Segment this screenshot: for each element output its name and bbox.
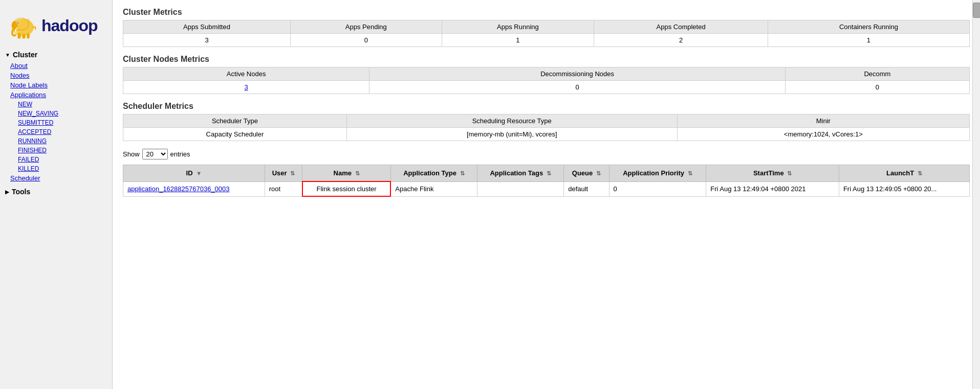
sidebar-item-about[interactable]: About xyxy=(0,61,112,71)
applications-table: ID ▼ User ⇅ Name ⇅ Application Type ⇅ xyxy=(123,165,970,197)
main-content: Cluster Metrics Apps Submitted Apps Pend… xyxy=(113,0,980,389)
sm-header-type: Scheduler Type xyxy=(123,115,347,128)
svg-point-6 xyxy=(17,22,18,24)
th-name[interactable]: Name ⇅ xyxy=(302,165,391,182)
sm-val-resource: [memory-mb (unit=Mi), vcores] xyxy=(346,128,677,141)
sidebar-subitem-killed[interactable]: KILLED xyxy=(0,164,112,173)
sidebar-subitem-failed[interactable]: FAILED xyxy=(0,155,112,164)
sidebar-item-applications[interactable]: Applications xyxy=(0,90,112,100)
show-label: Show xyxy=(123,150,140,158)
tools-section: ▶ Tools xyxy=(0,186,112,198)
sidebar-item-nodes[interactable]: Nodes xyxy=(0,71,112,80)
scheduler-metrics-title: Scheduler Metrics xyxy=(123,102,970,111)
th-queue[interactable]: Queue ⇅ xyxy=(564,165,609,182)
tools-arrow-icon: ▶ xyxy=(5,189,9,195)
scheduler-metrics-table: Scheduler Type Scheduling Resource Type … xyxy=(123,114,970,141)
svg-rect-9 xyxy=(27,33,30,39)
app-priority-cell: 0 xyxy=(609,181,706,196)
app-start-time-cell: Fri Aug 13 12:49:04 +0800 2021 xyxy=(706,181,839,196)
cn-header-active: Active Nodes xyxy=(123,67,369,81)
cn-val-decomm: 0 xyxy=(785,81,969,94)
show-entries-control: Show 20 10 25 50 100 entries xyxy=(123,149,970,159)
sidebar-subitem-accepted[interactable]: ACCEPTED xyxy=(0,127,112,136)
sidebar-item-scheduler[interactable]: Scheduler xyxy=(0,173,112,183)
cluster-nodes-table: Active Nodes Decommissioning Nodes Decom… xyxy=(123,67,970,94)
cluster-metrics-title: Cluster Metrics xyxy=(123,8,970,17)
th-launch-time[interactable]: LaunchT ⇅ xyxy=(839,165,969,182)
app-user-cell: root xyxy=(265,181,302,196)
app-tags-cell xyxy=(477,181,564,196)
cm-val-completed: 2 xyxy=(594,34,768,47)
app-id-cell: application_1628825767036_0003 xyxy=(123,181,265,196)
sm-header-resource: Scheduling Resource Type xyxy=(346,115,677,128)
tools-header[interactable]: ▶ Tools xyxy=(0,186,112,198)
sidebar-subitem-finished[interactable]: FINISHED xyxy=(0,146,112,155)
cluster-metrics-table: Apps Submitted Apps Pending Apps Running… xyxy=(123,20,970,47)
cm-header-containers: Containers Running xyxy=(768,20,969,34)
cm-val-submitted: 3 xyxy=(123,34,291,47)
th-priority[interactable]: Application Priority ⇅ xyxy=(609,165,706,182)
cm-header-completed: Apps Completed xyxy=(594,20,768,34)
table-row: application_1628825767036_0003rootFlink … xyxy=(123,181,970,196)
active-nodes-link[interactable]: 3 xyxy=(245,83,248,91)
th-app-type[interactable]: Application Type ⇅ xyxy=(390,165,477,182)
sidebar-subitem-new-saving[interactable]: NEW_SAVING xyxy=(0,109,112,118)
cluster-label: Cluster xyxy=(13,51,37,59)
name-sort-icon: ⇅ xyxy=(355,170,360,176)
app-launch-time-cell: Fri Aug 13 12:49:05 +0800 20... xyxy=(839,181,969,196)
user-sort-icon: ⇅ xyxy=(290,170,295,176)
th-id[interactable]: ID ▼ xyxy=(123,165,265,182)
sidebar-subitem-new[interactable]: NEW xyxy=(0,100,112,109)
svg-rect-7 xyxy=(18,33,21,39)
logo-area: hadoop xyxy=(0,5,112,49)
svg-rect-8 xyxy=(23,34,26,39)
app-type-cell: Apache Flink xyxy=(390,181,477,196)
cm-header-pending: Apps Pending xyxy=(291,20,442,34)
priority-sort-icon: ⇅ xyxy=(688,170,692,176)
sm-val-type: Capacity Scheduler xyxy=(123,128,347,141)
sidebar-subitem-submitted[interactable]: SUBMITTED xyxy=(0,118,112,127)
th-start-time[interactable]: StartTime ⇅ xyxy=(706,165,839,182)
entries-select[interactable]: 20 10 25 50 100 xyxy=(142,149,168,159)
cm-header-running: Apps Running xyxy=(442,20,594,34)
launch-time-sort-icon: ⇅ xyxy=(918,170,922,176)
queue-sort-icon: ⇅ xyxy=(596,170,601,176)
cluster-nodes-title: Cluster Nodes Metrics xyxy=(123,55,970,64)
cn-val-active: 3 xyxy=(123,81,369,94)
cm-val-running: 1 xyxy=(442,34,594,47)
hadoop-title: hadoop xyxy=(41,16,98,35)
id-sort-icon: ▼ xyxy=(196,170,202,176)
sidebar-subitem-running[interactable]: RUNNING xyxy=(0,136,112,146)
cluster-header[interactable]: ▼ Cluster xyxy=(0,49,112,61)
tools-label: Tools xyxy=(12,188,30,196)
app-id-link[interactable]: application_1628825767036_0003 xyxy=(127,185,230,193)
cm-val-pending: 0 xyxy=(291,34,442,47)
app-type-sort-icon: ⇅ xyxy=(460,170,465,176)
cn-header-decomm: Decomm xyxy=(785,67,969,81)
hadoop-elephant-icon xyxy=(8,10,38,41)
start-time-sort-icon: ⇅ xyxy=(787,170,792,176)
scrollbar-thumb[interactable] xyxy=(973,3,980,18)
app-tags-sort-icon: ⇅ xyxy=(547,170,551,176)
app-name-cell: Flink session cluster xyxy=(302,181,391,196)
cluster-section: ▼ Cluster About Nodes Node Labels Applic… xyxy=(0,49,112,183)
entries-label: entries xyxy=(170,150,190,158)
sm-header-min: Minir xyxy=(677,115,969,128)
th-app-tags[interactable]: Application Tags ⇅ xyxy=(477,165,564,182)
th-user[interactable]: User ⇅ xyxy=(265,165,302,182)
app-queue-cell: default xyxy=(564,181,609,196)
sm-val-min: <memory:1024, vCores:1> xyxy=(677,128,969,141)
cluster-arrow-icon: ▼ xyxy=(5,52,10,58)
sidebar: hadoop ▼ Cluster About Nodes Node Labels… xyxy=(0,0,113,389)
sidebar-item-node-labels[interactable]: Node Labels xyxy=(0,80,112,90)
hadoop-logo: hadoop xyxy=(8,10,98,41)
cn-val-decommissioning: 0 xyxy=(369,81,786,94)
vertical-scrollbar[interactable] xyxy=(972,0,980,389)
cn-header-decommissioning: Decommissioning Nodes xyxy=(369,67,786,81)
cm-header-submitted: Apps Submitted xyxy=(123,20,291,34)
cm-val-containers: 1 xyxy=(768,34,969,47)
